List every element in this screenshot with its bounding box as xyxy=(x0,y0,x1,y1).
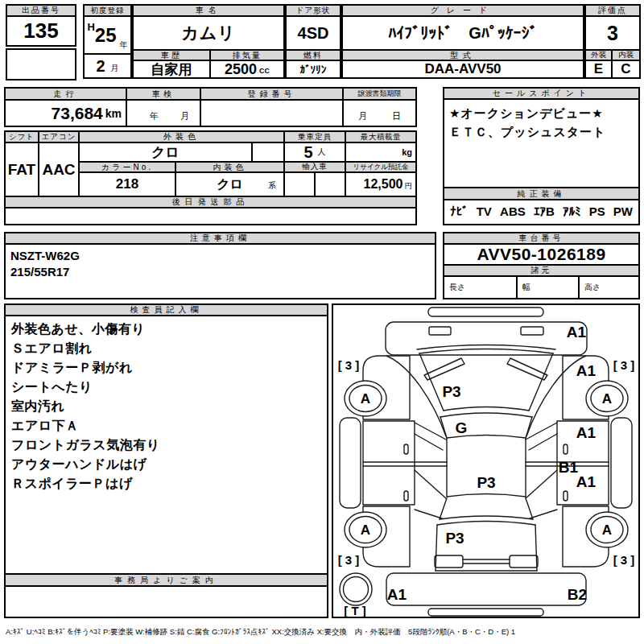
wheel-grade-front-left: A xyxy=(361,391,370,407)
auction-no-value: 135 xyxy=(7,17,75,45)
mileage-label: 走行 xyxy=(6,89,127,101)
list-item: ｱﾙﾐ xyxy=(563,204,581,218)
import-car-label: 輸入車 xyxy=(285,163,346,173)
capacity-label: 乗車定員 xyxy=(285,132,346,143)
recycle-deposit-label: リサイクル預託金 xyxy=(346,163,415,173)
first-reg-month: 2 xyxy=(96,57,105,76)
inspection-month-unit: 月 xyxy=(180,110,189,122)
shift-label: シフト xyxy=(6,132,39,143)
score-label: 評価点 xyxy=(586,6,639,17)
aircon-value: AAC xyxy=(39,143,80,197)
auction-sheet: 出品番号 135 初度登録 H 25 年 2 月 車名 カムリ 車歴 排気量 自… xyxy=(0,0,644,644)
list-item: 外装色あせ、小傷有り xyxy=(11,320,321,339)
recycle-deposit-number: 12,500 xyxy=(364,177,403,192)
interior-color-suffix: 系 xyxy=(268,180,276,192)
car-top-view-diagram: A1 [ 3 ] [ 3 ] A1 A A P3 G A1 B1 A1 P3 A… xyxy=(333,305,638,617)
inspection-label: 車検 xyxy=(127,89,201,101)
displacement-label: 排気量 xyxy=(211,51,283,61)
mileage-value: 73,684 km xyxy=(6,101,127,126)
deadline-day-unit: 日 xyxy=(392,110,401,122)
trunk-lid xyxy=(386,573,586,605)
damage-label-hood: A1 xyxy=(567,324,587,341)
first-reg-month-unit: 月 xyxy=(111,63,119,74)
hood xyxy=(386,322,587,355)
history-value: 自家用 xyxy=(134,61,211,77)
notes-label: 注意事項欄 xyxy=(6,233,435,245)
displacement-value: 2500 CC xyxy=(211,61,283,77)
door-handle xyxy=(404,491,408,501)
chassis-box: 車台番号 AVV50-1026189 諸元 長さ 幅 高さ xyxy=(443,232,640,299)
list-item: NSZT-W62G xyxy=(10,248,430,264)
sales-point-box: セールスポイント ★オークションデビュー★ＥＴＣ、プッシュスタート 純正装備 ﾅ… xyxy=(443,87,640,225)
model-code-value: DAA-AVV50 xyxy=(343,61,583,77)
damage-label-front-right-door: A1 xyxy=(576,424,597,441)
wheel-grade-front-right: A xyxy=(602,391,612,407)
list-item: ｴｱB xyxy=(534,204,555,218)
front-bumper xyxy=(428,308,543,316)
notes-lines: NSZT-W62G215/55R17 xyxy=(6,245,435,298)
spec-table: シフト エアコン 外装色 乗車定員 最大積載量 FAT AAC クロ 5 人 k… xyxy=(4,130,417,225)
notes-box: 注意事項欄 NSZT-W62G215/55R17 xyxy=(4,232,436,299)
tire-depth-rear-left: [ 3 ] xyxy=(338,553,360,567)
later-parts-value xyxy=(6,208,415,224)
recycle-deposit-value: 12,500 円 xyxy=(346,173,415,197)
capacity-value: 5 人 xyxy=(285,143,346,163)
registration-no-value xyxy=(201,101,344,126)
color-no-label: カラーNo. xyxy=(80,163,176,173)
dimensions-label: 諸元 xyxy=(444,266,638,277)
first-reg-year-cell: H 25 年 xyxy=(85,17,130,55)
list-item: ABS xyxy=(500,204,526,218)
max-load-value: kg xyxy=(346,143,415,163)
list-item: 215/55R17 xyxy=(10,264,430,280)
mileage-unit: km xyxy=(105,107,122,120)
transfer-deadline-value: 月 日 xyxy=(344,101,415,126)
sales-point-label: セールスポイント xyxy=(444,89,638,100)
equipment-items: ﾅﾋﾞTVABSｴｱBｱﾙﾐPSPW xyxy=(444,200,638,222)
score-box: 評価点 3 外装 内装 E C xyxy=(584,4,641,79)
damage-label-trunk-left: A1 xyxy=(387,586,407,603)
damage-label-front-right-fender: A1 xyxy=(576,362,597,379)
first-reg-month-cell: 2 月 xyxy=(85,55,130,77)
aircon-label: エアコン xyxy=(39,132,80,143)
list-item: ★オークションデビュー★ xyxy=(449,104,634,122)
inspector-label: 検査員記入欄 xyxy=(6,305,327,316)
damage-diagram-box: A1 [ 3 ] [ 3 ] A1 A A P3 G A1 B1 A1 P3 A… xyxy=(332,303,640,618)
history-label: 車歴 xyxy=(134,51,211,61)
damage-label-rear-window: P3 xyxy=(445,530,464,547)
inspector-box: 検査員記入欄 外装色あせ、小傷有りＳエアロ割れドアミラーＰ剥がれシートへたり室内… xyxy=(4,303,328,618)
model-code-label: 型式 xyxy=(343,51,583,61)
spare-tire xyxy=(340,573,372,605)
auction-empty-box xyxy=(6,48,76,80)
auction-no-label: 出品番号 xyxy=(7,6,75,17)
import-car-cell-a xyxy=(285,173,316,197)
wheel-grade-rear-left: A xyxy=(361,522,370,538)
left-sill xyxy=(340,418,361,508)
equipment-label: 純正装備 xyxy=(444,188,638,200)
grade-label: グレード xyxy=(343,6,583,17)
wheel-grade-rear-right: A xyxy=(602,522,612,538)
door-label: ドア形状 xyxy=(287,6,340,17)
inspection-year-unit: 年 xyxy=(150,110,159,122)
fuel-label: 燃料 xyxy=(287,51,340,61)
interior-color-name: クロ xyxy=(217,176,243,193)
exterior-grade-value: E xyxy=(586,61,613,77)
capacity-unit: 人 xyxy=(318,147,326,158)
damage-code-legend: A:ｷｽﾞ U:ﾍｺﾐ B:ｷｽﾞを伴うﾍｺﾐ P:要塗装 W:補修跡 S:錆 … xyxy=(6,627,642,638)
damage-label-windshield: P3 xyxy=(442,383,460,400)
exterior-color-value: クロ xyxy=(80,143,253,163)
inspection-value: 年 月 xyxy=(127,101,201,126)
first-reg-year: 25 xyxy=(95,24,117,47)
office-value xyxy=(6,587,327,617)
inspector-lines: 外装色あせ、小傷有りＳエアロ割れドアミラーＰ剥がれシートへたり室内汚れエアロ下Ａ… xyxy=(6,316,327,575)
mileage-number: 73,684 xyxy=(52,104,103,123)
first-reg-label: 初度登録 xyxy=(85,6,130,17)
status-table: 走行 車検 登録番号 譲渡書類期限 73,684 km 年 月 月 日 xyxy=(4,87,417,127)
grade-box: グレード ﾊｲﾌﾞﾘｯﾄﾞ Gﾊﾟｯｹｰｼﾞ 型式 DAA-AVV50 xyxy=(341,4,584,79)
list-item: ＥＴＣ、プッシュスタート xyxy=(449,122,634,141)
list-item: Ｓエアロ割れ xyxy=(11,339,321,358)
score-value: 3 xyxy=(586,17,639,51)
door-handle xyxy=(564,444,568,454)
door-fuel-box: ドア形状 4SD 燃料 ｶﾞｿﾘﾝ xyxy=(285,4,341,79)
later-parts-label: 後日発送部品 xyxy=(6,197,415,208)
dimension-width-label: 幅 xyxy=(518,277,580,298)
